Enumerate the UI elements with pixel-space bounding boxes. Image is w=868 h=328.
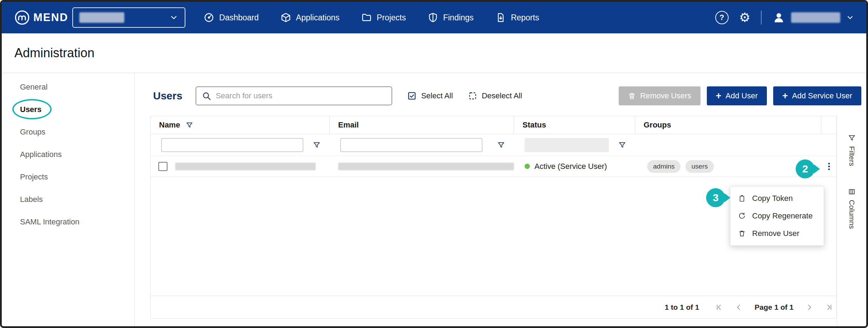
status-text: Active (Service User) — [534, 162, 607, 171]
column-label: Name — [159, 120, 180, 130]
nav-item-applications[interactable]: Applications — [281, 12, 340, 23]
column-header-actions — [821, 116, 836, 134]
column-label: Groups — [644, 120, 671, 130]
filter-funnel-icon[interactable] — [618, 141, 626, 149]
sidebar-item-labels[interactable]: Labels — [2, 188, 134, 211]
plus-icon: + — [782, 91, 788, 101]
name-filter-input[interactable] — [161, 138, 303, 152]
gear-icon[interactable]: ⚙ — [739, 11, 750, 24]
add-user-button[interactable]: + Add User — [707, 86, 767, 105]
regenerate-icon — [738, 212, 746, 220]
nav-item-reports[interactable]: Reports — [495, 12, 539, 23]
folder-icon — [361, 12, 372, 23]
first-page-icon[interactable] — [715, 303, 723, 311]
row-actions-context-menu: Copy Token Copy Regenerate Remove User — [730, 186, 824, 246]
nav-item-label: Dashboard — [219, 13, 259, 22]
nav-divider — [761, 11, 762, 25]
row-checkbox[interactable] — [158, 162, 167, 171]
page-title: Administration — [14, 46, 94, 60]
top-nav: MEND Dashboard — [2, 2, 866, 33]
annotation-step-2: 2 — [796, 159, 815, 178]
name-filter-cell — [151, 134, 330, 156]
add-service-user-button[interactable]: + Add Service User — [773, 86, 861, 105]
filters-panel-toggle[interactable]: Filters — [848, 134, 856, 166]
column-label: Email — [338, 120, 359, 130]
column-header-name[interactable]: Name — [151, 116, 330, 134]
status-cell: Active (Service User) — [514, 156, 635, 177]
deselect-all-label: Deselect All — [482, 91, 522, 100]
table-header-row: Name Email Status Groups — [151, 116, 836, 134]
mend-brand[interactable]: MEND — [14, 10, 68, 25]
menu-item-label: Remove User — [752, 229, 799, 238]
dashboard-icon — [204, 12, 214, 23]
sidebar-item-applications[interactable]: Applications — [2, 143, 134, 166]
sidebar-item-saml-integration[interactable]: SAML Integration — [2, 211, 134, 233]
search-input[interactable] — [216, 91, 386, 100]
add-service-user-label: Add Service User — [792, 91, 852, 100]
column-header-status[interactable]: Status — [514, 116, 635, 134]
column-header-email[interactable]: Email — [330, 116, 514, 134]
remove-users-label: Remove Users — [640, 91, 691, 100]
columns-panel-toggle[interactable]: Columns — [848, 188, 856, 229]
organization-selector[interactable] — [72, 7, 185, 28]
group-badge: users — [685, 160, 714, 173]
nav-item-findings[interactable]: Findings — [428, 12, 474, 23]
email-filter-cell — [330, 134, 514, 156]
organization-name-redacted — [79, 12, 124, 23]
mend-admin-screen: MEND Dashboard — [0, 0, 868, 328]
status-filter-cell — [514, 134, 635, 156]
deselect-all-button[interactable]: Deselect All — [468, 91, 522, 101]
nav-item-projects[interactable]: Projects — [361, 12, 406, 23]
select-all-label: Select All — [421, 91, 453, 100]
kebab-menu-icon[interactable] — [823, 160, 835, 172]
email-cell — [330, 156, 514, 177]
annotation-number: 3 — [713, 192, 719, 204]
user-name-redacted — [791, 12, 840, 23]
sidebar-item-users[interactable]: Users — [2, 98, 134, 121]
shield-icon — [428, 12, 438, 23]
remove-users-button: Remove Users — [619, 86, 700, 105]
copy-regenerate-menu-item[interactable]: Copy Regenerate — [730, 207, 824, 225]
sidebar-item-general[interactable]: General — [2, 76, 134, 98]
user-name-redacted — [175, 163, 316, 170]
users-search — [196, 86, 392, 105]
brand-name: MEND — [33, 11, 68, 24]
trash-icon — [738, 230, 746, 237]
filter-funnel-icon[interactable] — [313, 141, 321, 149]
nav-item-label: Reports — [511, 13, 539, 22]
filter-funnel-icon[interactable] — [497, 141, 505, 149]
previous-page-icon[interactable] — [735, 303, 743, 311]
columns-grid-icon — [848, 188, 856, 196]
select-all-button[interactable]: Select All — [407, 91, 453, 101]
status-filter-input — [525, 138, 609, 152]
sidebar-item-groups[interactable]: Groups — [2, 121, 134, 143]
table-row: Active (Service User) admins users — [151, 156, 836, 177]
trash-icon — [628, 92, 636, 100]
clipboard-icon — [738, 195, 746, 202]
nav-right-controls: ? ⚙ — [715, 11, 854, 25]
last-page-icon[interactable] — [825, 303, 833, 311]
copy-token-menu-item[interactable]: Copy Token — [730, 190, 824, 207]
sidebar-item-projects[interactable]: Projects — [2, 166, 134, 188]
toolbar-actions: Remove Users + Add User + Add Service Us… — [619, 86, 861, 105]
page-indicator: Page 1 of 1 — [755, 303, 794, 311]
filter-funnel-icon[interactable] — [186, 122, 193, 129]
groups-filter-cell — [635, 134, 821, 156]
avatar-icon — [772, 11, 785, 24]
user-account-menu[interactable] — [772, 11, 854, 24]
group-badge: admins — [647, 160, 680, 173]
filters-label: Filters — [848, 146, 856, 166]
annotation-number: 2 — [802, 163, 808, 175]
chevron-down-icon — [169, 13, 178, 22]
nav-item-label: Projects — [377, 13, 406, 22]
pagination-bar: 1 to 1 of 1 Page 1 of 1 — [151, 296, 836, 318]
column-header-groups[interactable]: Groups — [635, 116, 821, 134]
next-page-icon[interactable] — [805, 303, 813, 311]
help-icon[interactable]: ? — [715, 11, 729, 24]
groups-cell: admins users — [635, 156, 821, 177]
table-filter-row — [151, 134, 836, 156]
nav-item-dashboard[interactable]: Dashboard — [204, 12, 259, 23]
users-toolbar: Users Select All — [150, 86, 861, 106]
email-filter-input[interactable] — [340, 138, 482, 152]
remove-user-menu-item[interactable]: Remove User — [730, 225, 824, 242]
